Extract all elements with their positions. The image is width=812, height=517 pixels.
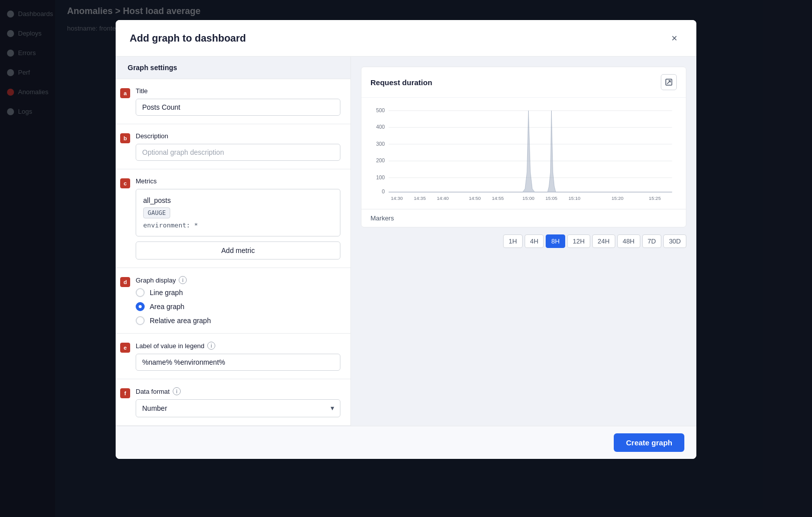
data-format-section: f Data format i Number Bytes Percent [116, 379, 350, 426]
data-format-select-wrapper: Number Bytes Percent Duration ▼ [136, 399, 340, 417]
badge-col-b: b [116, 124, 136, 169]
svg-text:15:05: 15:05 [546, 195, 558, 201]
chart-markers: Markers [361, 209, 686, 227]
badge-col-e: e [116, 334, 136, 379]
radio-area-graph[interactable]: Area graph [136, 302, 340, 311]
graph-display-label: Graph display i [136, 276, 340, 284]
chart-area-path [388, 111, 672, 192]
modal-footer: Create graph [116, 426, 696, 459]
badge-col-f: f [116, 379, 136, 425]
legend-label-field-label: Label of value in legend i [136, 342, 340, 350]
radio-group: Line graph Area graph Relative area grap… [136, 288, 340, 325]
data-format-info-icon[interactable]: i [173, 387, 181, 395]
modal-header: Add graph to dashboard × [116, 20, 696, 57]
graph-display-section: d Graph display i Line graph [116, 268, 350, 334]
description-label: Description [136, 132, 340, 140]
metrics-label: Metrics [136, 177, 340, 185]
radio-circle-area [136, 302, 145, 311]
graph-display-content: Graph display i Line graph Area graph [136, 268, 350, 333]
time-btn-30d[interactable]: 30D [663, 234, 686, 248]
radio-relative-graph[interactable]: Relative area graph [136, 316, 340, 325]
description-content: Description [136, 124, 350, 169]
title-label: Title [136, 87, 340, 95]
modal: Add graph to dashboard × Graph settings … [116, 20, 696, 459]
svg-text:14:35: 14:35 [414, 195, 426, 201]
svg-text:15:00: 15:00 [523, 195, 535, 201]
step-badge-c: c [120, 178, 130, 188]
data-format-content: Data format i Number Bytes Percent Durat… [136, 379, 350, 425]
time-range-row: 1H 4H 8H 12H 24H 48H 7D 30D [361, 234, 686, 248]
create-graph-button[interactable]: Create graph [614, 433, 684, 452]
radio-label-line: Line graph [150, 289, 183, 297]
data-format-label: Data format i [136, 387, 340, 395]
badge-col-a: a [116, 79, 136, 124]
svg-text:14:40: 14:40 [437, 195, 449, 201]
badge-col-d: d [116, 268, 136, 333]
title-input[interactable] [136, 99, 340, 116]
time-btn-7d[interactable]: 7D [642, 234, 662, 248]
svg-text:14:30: 14:30 [391, 195, 403, 201]
step-badge-f: f [120, 388, 130, 398]
right-panel: Request duration 500 [351, 57, 696, 426]
svg-text:100: 100 [376, 174, 385, 180]
chart-area: 500 400 300 200 100 0 [361, 98, 686, 205]
chart-title: Request duration [370, 78, 432, 87]
radio-circle-relative [136, 316, 145, 325]
metric-name: all_posts [143, 196, 333, 204]
step-badge-b: b [120, 133, 130, 143]
metric-type-tag: GAUGE [143, 207, 170, 218]
modal-overlay: Add graph to dashboard × Graph settings … [0, 0, 812, 517]
title-content: Title [136, 79, 350, 124]
legend-label-info-icon[interactable]: i [207, 342, 215, 350]
legend-label-content: Label of value in legend i [136, 334, 350, 379]
modal-title: Add graph to dashboard [130, 33, 246, 44]
time-btn-12h[interactable]: 12H [567, 234, 590, 248]
svg-text:300: 300 [376, 141, 385, 147]
modal-body: Graph settings a Title b [116, 57, 696, 426]
time-btn-4h[interactable]: 4H [525, 234, 544, 248]
step-badge-e: e [120, 343, 130, 353]
svg-text:15:20: 15:20 [611, 195, 623, 201]
radio-label-relative: Relative area graph [150, 317, 211, 325]
chart-svg: 500 400 300 200 100 0 [370, 103, 677, 203]
radio-line-graph[interactable]: Line graph [136, 288, 340, 297]
svg-text:400: 400 [376, 124, 385, 130]
title-section: a Title [116, 79, 350, 124]
add-metric-button[interactable]: Add metric [136, 241, 340, 260]
legend-label-section: e Label of value in legend i [116, 334, 350, 379]
close-button[interactable]: × [666, 30, 682, 46]
left-panel: Graph settings a Title b [116, 57, 351, 426]
chart-card: Request duration 500 [361, 67, 686, 227]
legend-label-input[interactable] [136, 354, 340, 371]
time-btn-48h[interactable]: 48H [617, 234, 640, 248]
svg-text:15:25: 15:25 [649, 195, 661, 201]
svg-text:200: 200 [376, 157, 385, 163]
time-btn-8h[interactable]: 8H [546, 234, 565, 248]
radio-circle-line [136, 288, 145, 297]
data-format-select[interactable]: Number Bytes Percent Duration [136, 399, 340, 417]
graph-display-info-icon[interactable]: i [179, 276, 187, 284]
metrics-content: Metrics all_posts GAUGE environment: * A… [136, 169, 350, 268]
time-btn-24h[interactable]: 24H [592, 234, 615, 248]
svg-text:15:10: 15:10 [568, 195, 580, 201]
badge-col-c: c [116, 169, 136, 268]
chart-export-button[interactable] [661, 74, 677, 90]
description-section: b Description [116, 124, 350, 169]
radio-label-area: Area graph [150, 303, 184, 311]
time-btn-1h[interactable]: 1H [503, 234, 523, 248]
metrics-section: c Metrics all_posts GAUGE environment: *… [116, 169, 350, 268]
metric-filter: environment: * [143, 221, 333, 229]
export-icon [665, 78, 673, 86]
svg-text:500: 500 [376, 107, 385, 113]
svg-text:14:55: 14:55 [492, 195, 504, 201]
chart-header: Request duration [361, 67, 686, 98]
svg-text:0: 0 [382, 188, 385, 194]
graph-settings-header: Graph settings [116, 57, 350, 79]
metrics-box: all_posts GAUGE environment: * [136, 189, 340, 236]
description-input[interactable] [136, 144, 340, 161]
svg-text:14:50: 14:50 [469, 195, 481, 201]
step-badge-d: d [120, 277, 130, 287]
step-badge-a: a [120, 88, 130, 98]
